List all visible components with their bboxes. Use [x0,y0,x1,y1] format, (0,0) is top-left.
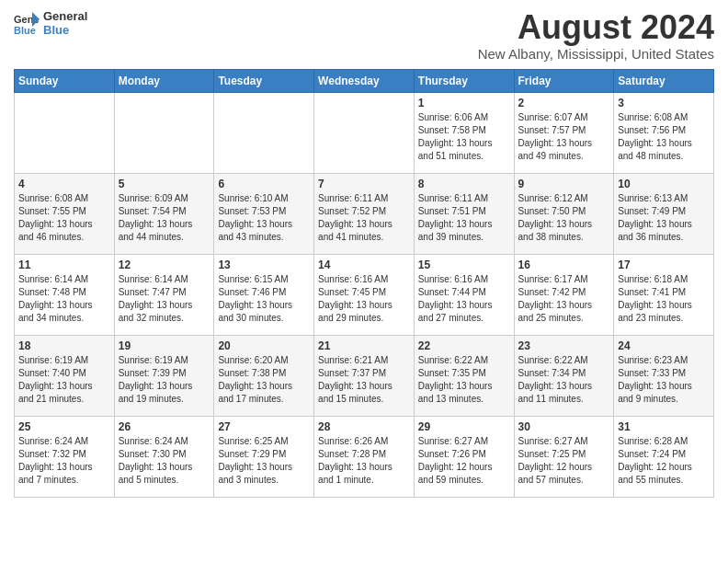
svg-text:Blue: Blue [14,25,36,36]
day-number: 26 [119,420,210,433]
calendar-cell [15,92,115,173]
calendar-cell: 30Sunrise: 6:27 AM Sunset: 7:25 PM Dayli… [514,416,614,497]
day-number: 21 [318,339,410,352]
calendar-cell: 9Sunrise: 6:12 AM Sunset: 7:50 PM Daylig… [514,173,614,254]
calendar-cell: 11Sunrise: 6:14 AM Sunset: 7:48 PM Dayli… [15,254,115,335]
calendar-cell: 5Sunrise: 6:09 AM Sunset: 7:54 PM Daylig… [114,173,214,254]
weekday-wednesday: Wednesday [314,69,415,92]
day-info: Sunrise: 6:20 AM Sunset: 7:38 PM Dayligh… [218,354,310,406]
day-number: 3 [618,97,710,109]
day-info: Sunrise: 6:06 AM Sunset: 7:58 PM Dayligh… [418,111,510,163]
calendar-cell: 6Sunrise: 6:10 AM Sunset: 7:53 PM Daylig… [214,173,314,254]
day-number: 25 [18,420,110,433]
logo: General Blue General Blue [14,9,87,37]
calendar-cell: 27Sunrise: 6:25 AM Sunset: 7:29 PM Dayli… [214,416,314,497]
calendar-cell: 29Sunrise: 6:27 AM Sunset: 7:26 PM Dayli… [414,416,514,497]
day-info: Sunrise: 6:08 AM Sunset: 7:55 PM Dayligh… [18,192,110,244]
calendar-cell: 4Sunrise: 6:08 AM Sunset: 7:55 PM Daylig… [15,173,115,254]
day-number: 6 [218,178,310,190]
calendar-cell: 21Sunrise: 6:21 AM Sunset: 7:37 PM Dayli… [314,335,415,416]
day-number: 7 [318,178,410,190]
weekday-sunday: Sunday [15,69,115,92]
day-number: 29 [418,420,510,433]
day-number: 28 [318,420,410,433]
calendar-cell: 13Sunrise: 6:15 AM Sunset: 7:46 PM Dayli… [214,254,314,335]
day-info: Sunrise: 6:16 AM Sunset: 7:45 PM Dayligh… [318,273,410,325]
day-info: Sunrise: 6:23 AM Sunset: 7:33 PM Dayligh… [618,354,710,406]
calendar-cell: 17Sunrise: 6:18 AM Sunset: 7:41 PM Dayli… [614,254,714,335]
day-number: 19 [119,339,210,352]
calendar-cell: 7Sunrise: 6:11 AM Sunset: 7:52 PM Daylig… [314,173,415,254]
calendar-cell: 2Sunrise: 6:07 AM Sunset: 7:57 PM Daylig… [514,92,614,173]
title-section: August 2024 New Albany, Mississippi, Uni… [478,9,714,62]
calendar-cell [214,92,314,173]
calendar-cell: 24Sunrise: 6:23 AM Sunset: 7:33 PM Dayli… [614,335,714,416]
logo-line1: General [43,9,87,23]
calendar-cell: 15Sunrise: 6:16 AM Sunset: 7:44 PM Dayli… [414,254,514,335]
calendar-week-5: 25Sunrise: 6:24 AM Sunset: 7:32 PM Dayli… [15,416,714,497]
logo-line2: Blue [43,23,87,37]
day-info: Sunrise: 6:28 AM Sunset: 7:24 PM Dayligh… [618,435,710,487]
day-number: 23 [518,339,610,352]
day-number: 10 [618,178,710,190]
day-number: 20 [218,339,310,352]
calendar-cell: 25Sunrise: 6:24 AM Sunset: 7:32 PM Dayli… [15,416,115,497]
day-number: 13 [218,259,310,271]
day-number: 31 [618,420,710,433]
day-info: Sunrise: 6:24 AM Sunset: 7:32 PM Dayligh… [18,435,110,487]
calendar-cell: 28Sunrise: 6:26 AM Sunset: 7:28 PM Dayli… [314,416,415,497]
day-info: Sunrise: 6:27 AM Sunset: 7:26 PM Dayligh… [418,435,510,487]
calendar-cell [114,92,214,173]
calendar-week-2: 4Sunrise: 6:08 AM Sunset: 7:55 PM Daylig… [15,173,714,254]
day-info: Sunrise: 6:19 AM Sunset: 7:39 PM Dayligh… [119,354,210,406]
weekday-monday: Monday [114,69,214,92]
calendar-week-4: 18Sunrise: 6:19 AM Sunset: 7:40 PM Dayli… [15,335,714,416]
calendar-cell: 23Sunrise: 6:22 AM Sunset: 7:34 PM Dayli… [514,335,614,416]
calendar-cell: 31Sunrise: 6:28 AM Sunset: 7:24 PM Dayli… [614,416,714,497]
calendar-cell: 19Sunrise: 6:19 AM Sunset: 7:39 PM Dayli… [114,335,214,416]
weekday-tuesday: Tuesday [214,69,314,92]
calendar-table: SundayMondayTuesdayWednesdayThursdayFrid… [14,69,714,498]
location-text: New Albany, Mississippi, United States [478,46,714,62]
day-number: 4 [18,178,110,190]
day-info: Sunrise: 6:25 AM Sunset: 7:29 PM Dayligh… [218,435,310,487]
weekday-thursday: Thursday [414,69,514,92]
day-info: Sunrise: 6:27 AM Sunset: 7:25 PM Dayligh… [518,435,610,487]
day-info: Sunrise: 6:17 AM Sunset: 7:42 PM Dayligh… [518,273,610,325]
calendar-week-3: 11Sunrise: 6:14 AM Sunset: 7:48 PM Dayli… [15,254,714,335]
calendar-cell: 26Sunrise: 6:24 AM Sunset: 7:30 PM Dayli… [114,416,214,497]
day-info: Sunrise: 6:16 AM Sunset: 7:44 PM Dayligh… [418,273,510,325]
weekday-saturday: Saturday [614,69,714,92]
calendar-cell: 16Sunrise: 6:17 AM Sunset: 7:42 PM Dayli… [514,254,614,335]
day-info: Sunrise: 6:14 AM Sunset: 7:48 PM Dayligh… [18,273,110,325]
day-number: 5 [119,178,210,190]
day-info: Sunrise: 6:11 AM Sunset: 7:52 PM Dayligh… [318,192,410,244]
calendar-cell: 18Sunrise: 6:19 AM Sunset: 7:40 PM Dayli… [15,335,115,416]
day-number: 9 [518,178,610,190]
day-info: Sunrise: 6:15 AM Sunset: 7:46 PM Dayligh… [218,273,310,325]
month-year-title: August 2024 [478,9,714,46]
day-number: 14 [318,259,410,271]
calendar-cell: 22Sunrise: 6:22 AM Sunset: 7:35 PM Dayli… [414,335,514,416]
day-number: 2 [518,97,610,109]
day-info: Sunrise: 6:11 AM Sunset: 7:51 PM Dayligh… [418,192,510,244]
day-number: 30 [518,420,610,433]
calendar-cell: 14Sunrise: 6:16 AM Sunset: 7:45 PM Dayli… [314,254,415,335]
day-number: 8 [418,178,510,190]
day-number: 1 [418,97,510,109]
day-info: Sunrise: 6:07 AM Sunset: 7:57 PM Dayligh… [518,111,610,163]
calendar-cell: 20Sunrise: 6:20 AM Sunset: 7:38 PM Dayli… [214,335,314,416]
calendar-cell: 12Sunrise: 6:14 AM Sunset: 7:47 PM Dayli… [114,254,214,335]
calendar-header: SundayMondayTuesdayWednesdayThursdayFrid… [15,69,714,92]
day-info: Sunrise: 6:09 AM Sunset: 7:54 PM Dayligh… [119,192,210,244]
day-number: 17 [618,259,710,271]
day-number: 15 [418,259,510,271]
day-info: Sunrise: 6:19 AM Sunset: 7:40 PM Dayligh… [18,354,110,406]
day-info: Sunrise: 6:21 AM Sunset: 7:37 PM Dayligh… [318,354,410,406]
day-number: 11 [18,259,110,271]
page-header: General Blue General Blue August 2024 Ne… [14,9,714,62]
day-info: Sunrise: 6:26 AM Sunset: 7:28 PM Dayligh… [318,435,410,487]
day-info: Sunrise: 6:08 AM Sunset: 7:56 PM Dayligh… [618,111,710,163]
calendar-cell: 1Sunrise: 6:06 AM Sunset: 7:58 PM Daylig… [414,92,514,173]
day-info: Sunrise: 6:22 AM Sunset: 7:35 PM Dayligh… [418,354,510,406]
